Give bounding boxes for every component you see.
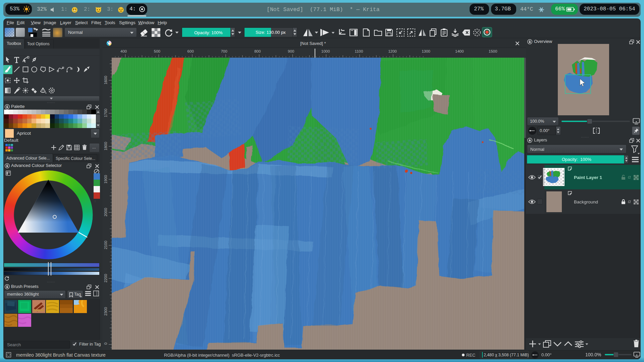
svg-text:2000: 2000 <box>104 208 108 217</box>
svg-text:1600: 1600 <box>104 76 108 84</box>
svg-text:1700: 1700 <box>104 109 108 117</box>
svg-text:0: 0 <box>104 343 108 345</box>
svg-text:2200: 2200 <box>104 274 108 283</box>
svg-text:2300: 2300 <box>104 307 108 316</box>
svg-text:1800: 1800 <box>104 142 108 150</box>
svg-text:2100: 2100 <box>104 241 108 249</box>
svg-text:1900: 1900 <box>104 175 108 184</box>
